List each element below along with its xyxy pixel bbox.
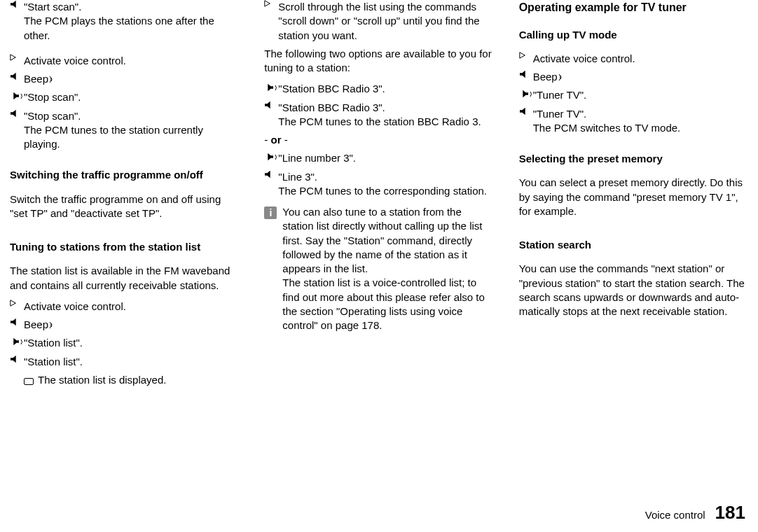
triangle-right-icon — [10, 300, 24, 307]
step-beep-tv: Beep — [519, 70, 748, 84]
step-subtext: The PCM tunes to the station currently p… — [24, 123, 239, 152]
step-text: "Tuner TV". — [533, 88, 748, 102]
step-text: "Station list". — [24, 355, 239, 369]
triangle-right-icon — [519, 52, 533, 59]
step-activate-voice: Activate voice control. — [10, 54, 239, 68]
step-beep-2: Beep — [10, 318, 239, 332]
step-text: The station list is displayed. — [38, 373, 239, 387]
speaker-left-icon — [264, 101, 278, 109]
speaker-left-icon — [10, 355, 24, 363]
step-text: "Line number 3". — [278, 151, 493, 165]
heading-traffic-programme: Switching the traffic programme on/off — [10, 168, 239, 182]
heading-station-search: Station search — [519, 238, 748, 252]
step-text: "Start scan". — [24, 0, 239, 14]
step-text: "Station list". — [24, 336, 239, 350]
step-subtext: The PCM tunes to the corresponding stati… — [278, 184, 493, 198]
info-note: i You can also tune to a station from th… — [264, 205, 493, 332]
speaker-left-icon — [10, 109, 24, 118]
step-text: "Station BBC Radio 3". — [278, 82, 493, 96]
step-stop-scan-result: "Stop scan". The PCM tunes to the statio… — [10, 109, 239, 152]
step-text: "Station BBC Radio 3". — [278, 101, 493, 115]
screen-icon — [10, 373, 38, 386]
step-text: "Stop scan". — [24, 109, 239, 123]
step-subtext: The PCM plays the stations one after the… — [24, 14, 239, 43]
step-station-list-echo: "Station list". — [10, 355, 239, 369]
heading-preset-memory: Selecting the preset memory — [519, 152, 748, 166]
step-activate-voice-2: Activate voice control. — [10, 300, 239, 314]
column-left: "Start scan". The PCM plays the stations… — [10, 0, 239, 391]
footer-section-label: Voice control — [645, 508, 705, 522]
info-paragraph: The station list is a voice-controlled l… — [282, 276, 493, 332]
info-icon: i — [264, 206, 277, 219]
step-text: "Tuner TV". — [533, 107, 748, 121]
step-say-line-number: "Line number 3". — [264, 151, 493, 165]
speaker-left-icon — [10, 0, 24, 8]
speaker-right-icon — [10, 90, 24, 104]
column-middle: Scroll through the list using the comman… — [264, 0, 493, 391]
step-text: Beep — [24, 72, 48, 86]
or-separator: - or - — [264, 133, 493, 147]
sound-wave-icon — [49, 321, 53, 329]
paragraph: Switch the traffic programme on and off … — [10, 192, 239, 221]
speaker-left-icon — [519, 70, 533, 78]
speaker-right-icon — [264, 82, 278, 95]
step-beep: Beep — [10, 72, 239, 86]
triangle-right-icon — [10, 54, 24, 61]
paragraph: The following two options are available … — [264, 47, 493, 76]
sound-wave-icon — [49, 76, 53, 83]
step-line-3-result: "Line 3". The PCM tunes to the correspon… — [264, 170, 493, 199]
step-text: Activate voice control. — [24, 54, 239, 68]
speaker-right-icon — [10, 336, 24, 349]
paragraph: You can select a preset memory directly.… — [519, 176, 748, 218]
speaker-left-icon — [264, 170, 278, 178]
step-text: Scroll through the list using the comman… — [278, 0, 493, 43]
speaker-right-icon — [519, 88, 533, 102]
triangle-right-icon — [264, 0, 278, 7]
speaker-right-icon — [264, 151, 278, 164]
heading-calling-tv-mode: Calling up TV mode — [519, 28, 748, 42]
step-subtext: The PCM tunes to the station BBC Radio 3… — [278, 115, 493, 129]
step-say-station-bbc: "Station BBC Radio 3". — [264, 82, 493, 96]
step-say-stop-scan: "Stop scan". — [10, 90, 239, 104]
info-paragraph: You can also tune to a station from the … — [282, 205, 493, 276]
sound-wave-icon — [558, 74, 563, 81]
paragraph: You can use the commands "next station" … — [519, 262, 748, 318]
step-text: Beep — [24, 318, 48, 332]
step-subtext: The PCM switches to TV mode. — [533, 121, 748, 135]
step-text: Activate voice control. — [533, 52, 748, 66]
step-say-station-list: "Station list". — [10, 336, 239, 350]
speaker-left-icon — [519, 107, 533, 115]
step-say-tuner-tv: "Tuner TV". — [519, 88, 748, 102]
step-station-list-displayed: The station list is displayed. — [10, 373, 239, 387]
heading-tv-tuner: Operating example for TV tuner — [519, 0, 748, 15]
speaker-left-icon — [10, 72, 24, 80]
step-scroll-list: Scroll through the list using the comman… — [264, 0, 493, 43]
step-station-bbc-result: "Station BBC Radio 3". The PCM tunes to … — [264, 101, 493, 130]
step-text: "Stop scan". — [24, 90, 239, 104]
speaker-left-icon — [10, 318, 24, 326]
step-activate-voice-tv: Activate voice control. — [519, 52, 748, 66]
heading-tuning-station-list: Tuning to stations from the station list — [10, 240, 239, 254]
step-text: "Line 3". — [278, 170, 493, 184]
step-text: Activate voice control. — [24, 300, 239, 314]
column-right: Operating example for TV tuner Calling u… — [519, 0, 748, 391]
page-number: 181 — [715, 500, 745, 525]
step-start-scan: "Start scan". The PCM plays the stations… — [10, 0, 239, 43]
step-tuner-tv-result: "Tuner TV". The PCM switches to TV mode. — [519, 107, 748, 136]
step-text: Beep — [533, 70, 558, 84]
paragraph: The station list is available in the FM … — [10, 264, 239, 293]
page-footer: Voice control 181 — [645, 500, 745, 525]
